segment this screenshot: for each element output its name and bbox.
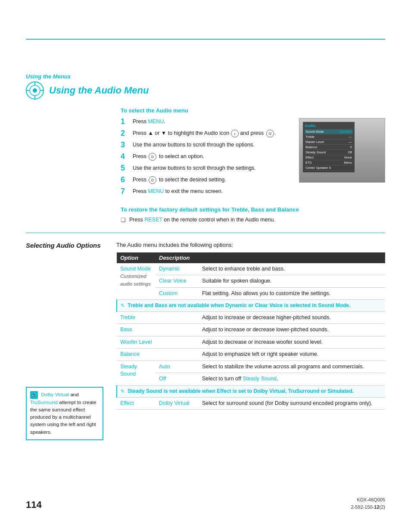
details-off-cell: Select to turn off Steady Sound.: [199, 373, 385, 386]
fake-menu-row-4: Balance0: [305, 145, 353, 150]
step-number-7: 7: [121, 187, 133, 196]
option-steady-label: Steady Sound: [120, 364, 137, 377]
restore-section: To restore the factory default settings …: [121, 206, 385, 224]
desc-auto-label: Auto: [159, 364, 170, 370]
page-title: Using the Audio Menu: [49, 85, 149, 96]
table-row-balance: Balance Adjust to emphasize left or righ…: [117, 348, 385, 361]
note-icon-1: ✎: [121, 303, 125, 308]
table-note-row-1: ✎ Treble and Bass are not available when…: [117, 300, 385, 312]
option-balance-label: Balance: [120, 351, 140, 357]
desc-auto-cell: Auto: [156, 361, 199, 373]
desc-off-label: Off: [159, 376, 166, 382]
fake-menu-overlay: Audio Sound ModeDynamic Treble— Master L…: [303, 122, 355, 172]
steps-list: 1 Press MENU. 2 Press ▲ or ▼ to highligh…: [121, 118, 290, 199]
audio-options-right: The Audio menu includes the following op…: [116, 242, 385, 440]
desc-dolby-label: Dolby Virtual: [159, 400, 190, 406]
table-header-row: Option Description: [117, 252, 385, 263]
details-clear-voice-cell: Suitable for spoken dialogue.: [199, 275, 385, 288]
step-number-6: 6: [121, 175, 133, 184]
left-sidebar: [26, 107, 121, 224]
details-auto-cell: Select to stabilize the volume across al…: [199, 361, 385, 373]
details-dolby-cell: Select for surround sound (for Dolby sur…: [199, 397, 385, 410]
note-icon-2: ✎: [121, 389, 125, 394]
details-balance-cell: Adjust to emphasize left or right speake…: [199, 348, 385, 361]
col-header-description: Description: [156, 252, 199, 263]
table-row-sound-mode: Sound Mode Customized audio settings Dyn…: [117, 263, 385, 275]
top-decorative-line: [26, 39, 385, 40]
table-row-steady-off: Off Select to turn off Steady Sound.: [117, 373, 385, 386]
restore-heading: To restore the factory default settings …: [121, 206, 385, 213]
page-number: 114: [26, 499, 42, 510]
desc-dynamic-cell: Dynamic: [156, 263, 199, 275]
table-intro: The Audio menu includes the following op…: [116, 242, 385, 248]
ok-button-icon-3: ⊙: [149, 176, 156, 184]
desc-dolby-cell: Dolby Virtual: [156, 397, 199, 410]
menu-keyword-1: MENU: [148, 118, 164, 124]
ok-button-icon-2: ⊙: [149, 153, 156, 161]
step-text-7: Press MENU to exit the menu screen.: [133, 188, 223, 196]
option-balance-cell: Balance: [117, 348, 156, 361]
step-text-4: Press ⊙ to select an option.: [133, 153, 204, 161]
fake-menu-row-2: Treble—: [305, 134, 353, 140]
option-woofer-cell: Woofer Level: [117, 336, 156, 348]
restore-item: ❑ Press RESET on the remote control when…: [121, 216, 385, 224]
fake-menu-title: Audio: [305, 124, 353, 128]
model-line-2: 2-592-150-12(2): [351, 504, 385, 510]
model-line-1: KDX-46Q005: [357, 497, 385, 502]
desc-clear-voice-label: Clear Voice: [159, 278, 187, 284]
table-row-clear-voice: Clear Voice Suitable for spoken dialogue…: [117, 275, 385, 288]
step-text-1: Press MENU.: [133, 118, 165, 126]
step-4: 4 Press ⊙ to select an option.: [121, 153, 290, 161]
fake-menu-row-8: Center Speaker S: [305, 165, 353, 171]
col-header-details: [199, 252, 385, 263]
sidebar-note-container: 🔊 Dolby Virtual and TruSurround attempt …: [26, 387, 103, 440]
table-row-bass: Bass Adjust to increase or decrease lowe…: [117, 324, 385, 336]
table-row-woofer: Woofer Level Adjust to decrease or incre…: [117, 336, 385, 348]
selecting-audio-title: Selecting Audio Options: [26, 242, 103, 249]
desc-custom-cell: Custom: [156, 287, 199, 300]
step-number-4: 4: [121, 152, 133, 161]
note-text-1: Treble and Bass are not available when D…: [128, 302, 350, 308]
fake-menu-row-1: Sound ModeDynamic: [305, 129, 353, 134]
option-woofer-label: Woofer Level: [120, 339, 152, 345]
table-row-steady-auto: Steady Sound Auto Select to stabilize th…: [117, 361, 385, 373]
breadcrumb: Using the Menus: [26, 73, 385, 80]
menu-screenshot: Audio Sound ModeDynamic Treble— Master L…: [299, 118, 385, 183]
step-text-6: Press ⊙ to select the desired setting.: [133, 176, 226, 184]
title-row: Using the Audio Menu: [26, 81, 385, 100]
menu-bg-image: Audio Sound ModeDynamic Treble— Master L…: [299, 118, 385, 182]
step-number-3: 3: [121, 140, 133, 149]
step-5: 5 Use the arrow buttons to scroll throug…: [121, 165, 290, 173]
desc-clear-voice-cell: Clear Voice: [156, 275, 199, 288]
table-row-treble: Treble Adjust to increase or decrease hi…: [117, 311, 385, 324]
details-woofer-cell: Adjust to decrease or increase woofer so…: [199, 336, 385, 348]
step-text-3: Use the arrow buttons to scroll through …: [133, 141, 255, 149]
fake-menu-row-5: Steady SoundOff: [305, 150, 353, 155]
audio-menu-icon: [26, 81, 44, 100]
option-treble-cell: Treble: [117, 311, 156, 324]
desc-balance-cell: [156, 348, 199, 361]
options-table: Option Description Sound Mode Customized…: [116, 252, 385, 410]
note-cell-2: ✎ Steady Sound is not available when Eff…: [117, 385, 385, 397]
table-row-effect: Effect Dolby Virtual Select for surround…: [117, 397, 385, 410]
table-row-custom: Custom Flat setting. Also allows you to …: [117, 287, 385, 300]
fake-menu-row-6: EffectNone: [305, 155, 353, 160]
step-7: 7 Press MENU to exit the menu screen.: [121, 188, 290, 196]
table-note-row-2: ✎ Steady Sound is not available when Eff…: [117, 385, 385, 397]
select-audio-heading: To select the Audio menu: [121, 107, 385, 114]
fake-menu-row-7: ETSMenu: [305, 160, 353, 165]
option-sound-mode-sub: Customized audio settings: [120, 274, 151, 286]
desc-treble-cell: [156, 311, 199, 324]
audio-options-left: Selecting Audio Options 🔊 Dolby Virtual …: [26, 242, 103, 440]
sidebar-note-text: Dolby Virtual and TruSurround attempt to…: [30, 392, 97, 435]
col-header-option: Option: [117, 252, 156, 263]
note-text-2: Steady Sound is not available when Effec…: [128, 388, 354, 394]
page-container: Using the Menus Using the Audio Menu To …: [0, 0, 411, 532]
option-treble-label: Treble: [120, 314, 135, 320]
breadcrumb-text: Using the Menus: [26, 73, 71, 80]
desc-woofer-cell: [156, 336, 199, 348]
step-number-5: 5: [121, 164, 133, 173]
step-number-2: 2: [121, 129, 133, 138]
note-cell-1: ✎ Treble and Bass are not available when…: [117, 300, 385, 312]
desc-custom-label: Custom: [159, 290, 177, 296]
